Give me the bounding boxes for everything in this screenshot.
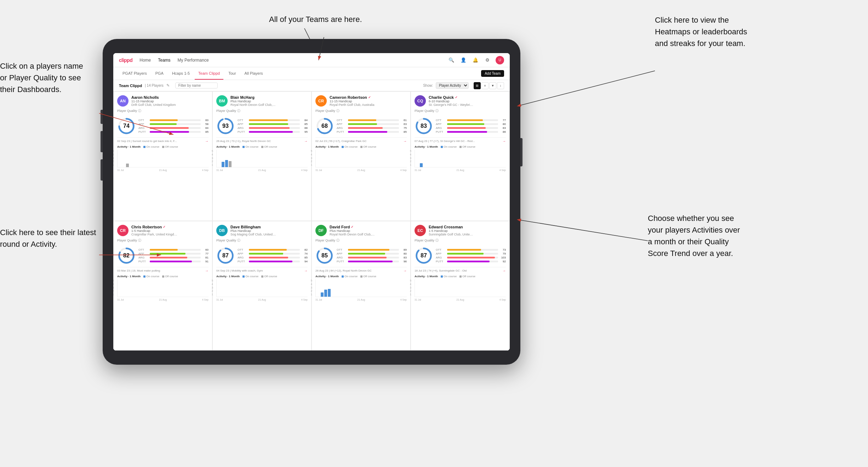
player-name[interactable]: David Ford✓ xyxy=(330,225,407,229)
quality-circle[interactable]: 68 xyxy=(315,117,334,135)
quality-label: Player Quality ⓘ xyxy=(415,109,506,113)
stat-row-putt: PUTT 96 xyxy=(337,260,407,263)
tab-pgat-players[interactable]: PGAT Players xyxy=(119,67,150,80)
settings-icon[interactable]: ⚙ xyxy=(484,56,491,64)
round-arrow-icon[interactable]: → xyxy=(205,269,209,273)
stat-row-app: APP 85 xyxy=(238,123,308,126)
quality-label: Player Quality ⓘ xyxy=(117,109,209,113)
stat-row-arg: ARG 83 xyxy=(337,256,407,259)
player-name[interactable]: Aaron Nicholls xyxy=(131,95,209,99)
player-avatar[interactable]: DF xyxy=(315,225,327,236)
off-course-dot xyxy=(360,275,362,278)
player-name[interactable]: Dave Billingham xyxy=(230,225,308,229)
activity-header: Activity · 1 Month On course Off course xyxy=(315,275,407,278)
sort-button[interactable]: ↕ xyxy=(497,82,504,89)
user-icon[interactable]: 👤 xyxy=(459,56,467,64)
off-course-dot xyxy=(162,146,164,148)
quality-circle[interactable]: 87 xyxy=(216,246,235,265)
round-arrow-icon[interactable]: → xyxy=(304,139,308,143)
quality-circle[interactable]: 83 xyxy=(415,117,433,135)
latest-round[interactable]: 04 Sep 23 | Mobility with coach, Gym → xyxy=(216,267,308,273)
nav-my-performance[interactable]: My Performance xyxy=(178,58,209,63)
round-arrow-icon[interactable]: → xyxy=(304,269,308,273)
activity-title: Activity · 1 Month xyxy=(216,145,240,148)
stat-row-arg: ARG 81 xyxy=(138,256,209,259)
bell-icon[interactable]: 🔔 xyxy=(472,56,479,64)
stat-row-ott: OTT 60 xyxy=(138,248,209,251)
player-avatar[interactable]: BM xyxy=(216,95,228,107)
view-buttons: ⊞ ≡ ▼ ↕ xyxy=(474,82,504,89)
latest-round[interactable]: 07 Aug 23 | 77 (+7), St George's Hill GC… xyxy=(415,137,506,143)
on-course-dot xyxy=(242,146,245,148)
quality-circle[interactable]: 74 xyxy=(117,117,136,135)
player-avatar[interactable]: AN xyxy=(117,95,129,107)
legend-off-course: Off course xyxy=(360,275,376,278)
legend-on-course: On course xyxy=(242,275,258,278)
player-card: BM Blair McHarg Plus Handicap Royal Nort… xyxy=(212,91,312,221)
latest-round[interactable]: 18 Jul 23 | 74 (+4), Sunningdale GC - Ol… xyxy=(415,267,506,273)
round-arrow-icon[interactable]: → xyxy=(502,269,506,273)
legend-off-course: Off course xyxy=(459,275,475,278)
stat-row-arg: ARG 85 xyxy=(238,256,308,259)
stat-row-app: APP 63 xyxy=(337,123,407,126)
activity-title: Activity · 1 Month xyxy=(117,145,141,148)
tab-team-clippd[interactable]: Team Clippd xyxy=(195,67,223,80)
round-arrow-icon[interactable]: → xyxy=(502,139,506,143)
tab-tour[interactable]: Tour xyxy=(225,67,239,80)
quality-circle[interactable]: 87 xyxy=(415,246,433,265)
round-arrow-icon[interactable]: → xyxy=(403,269,407,273)
activity-header: Activity · 1 Month On course Off course xyxy=(415,145,506,148)
stat-row-putt: PUTT 95 xyxy=(238,130,308,133)
tab-hcaps[interactable]: Hcaps 1-5 xyxy=(169,67,193,80)
player-avatar[interactable]: EC xyxy=(415,225,426,236)
chart-label: 21 Aug xyxy=(258,169,266,171)
stat-row-ott: OTT 73 xyxy=(436,248,506,251)
on-course-dot xyxy=(143,275,145,278)
round-arrow-icon[interactable]: → xyxy=(403,139,407,143)
nav-home[interactable]: Home xyxy=(139,58,151,63)
latest-round[interactable]: 26 Aug 23 | 84 (+12), Royal North Devon … xyxy=(315,267,407,273)
quality-circle[interactable]: 93 xyxy=(216,117,235,135)
quality-section: 87 OTT 82 APP 74 ARG xyxy=(216,246,308,265)
quality-section: 82 OTT 60 APP 77 ARG xyxy=(117,246,209,265)
latest-round[interactable]: 03 Mar 23 | 19, Must make putting → xyxy=(117,267,209,273)
chart-labels: 31 Jul21 Aug4 Sep xyxy=(117,169,209,171)
player-avatar[interactable]: CR xyxy=(117,225,129,236)
player-avatar[interactable]: CR xyxy=(315,95,327,107)
activity-title: Activity · 1 Month xyxy=(216,275,240,278)
player-name[interactable]: Cameron Robertson✓ xyxy=(330,95,407,99)
latest-round[interactable]: 02 Sep 23 | Sunset round to get back int… xyxy=(117,137,209,143)
latest-round[interactable]: 26 Aug 23 | 73 (+1), Royal North Devon G… xyxy=(216,137,308,143)
activity-section: Activity · 1 Month On course Off course … xyxy=(117,275,209,301)
player-name[interactable]: Edward Crossman xyxy=(429,225,506,229)
avatar[interactable]: U xyxy=(496,56,504,64)
player-card: EC Edward Crossman 1-5 Handicap Sunningd… xyxy=(411,221,510,351)
latest-round[interactable]: 02 Jul 23 | 59 (+17), Craigmillar Park G… xyxy=(315,137,407,143)
player-avatar[interactable]: CQ xyxy=(415,95,426,107)
list-view-button[interactable]: ≡ xyxy=(481,82,489,89)
quality-circle[interactable]: 85 xyxy=(315,246,334,265)
round-arrow-icon[interactable]: → xyxy=(205,139,209,143)
nav-teams[interactable]: Teams xyxy=(158,58,170,63)
player-name[interactable]: Charlie Quick✓ xyxy=(429,95,506,99)
player-grid: AN Aaron Nicholls 11-15 Handicap Drift G… xyxy=(113,91,510,351)
tab-pga[interactable]: PGA xyxy=(152,67,167,80)
show-select[interactable]: Player Activity xyxy=(436,82,469,89)
off-course-label: Off course xyxy=(462,145,475,148)
filter-input[interactable] xyxy=(175,82,218,89)
player-avatar[interactable]: DB xyxy=(216,225,228,236)
stats-grid: OTT 60 APP 58 ARG 84 PU xyxy=(138,119,209,133)
grid-view-button[interactable]: ⊞ xyxy=(474,82,481,89)
player-name[interactable]: Chris Robertson✓ xyxy=(131,225,209,229)
edit-icon[interactable]: ✎ xyxy=(166,83,170,88)
filter-button[interactable]: ▼ xyxy=(489,82,496,89)
player-name[interactable]: Blair McHarg xyxy=(230,95,308,99)
add-team-button[interactable]: Add Team xyxy=(481,70,504,77)
nav-icons: 🔍 👤 🔔 ⚙ U xyxy=(447,56,504,64)
search-icon[interactable]: 🔍 xyxy=(447,56,455,64)
quality-label: Player Quality ⓘ xyxy=(216,109,308,113)
quality-section: 93 OTT 84 APP 85 ARG xyxy=(216,117,308,135)
quality-circle[interactable]: 82 xyxy=(117,246,136,265)
tab-all-players[interactable]: All Players xyxy=(241,67,267,80)
on-course-dot xyxy=(143,146,145,148)
